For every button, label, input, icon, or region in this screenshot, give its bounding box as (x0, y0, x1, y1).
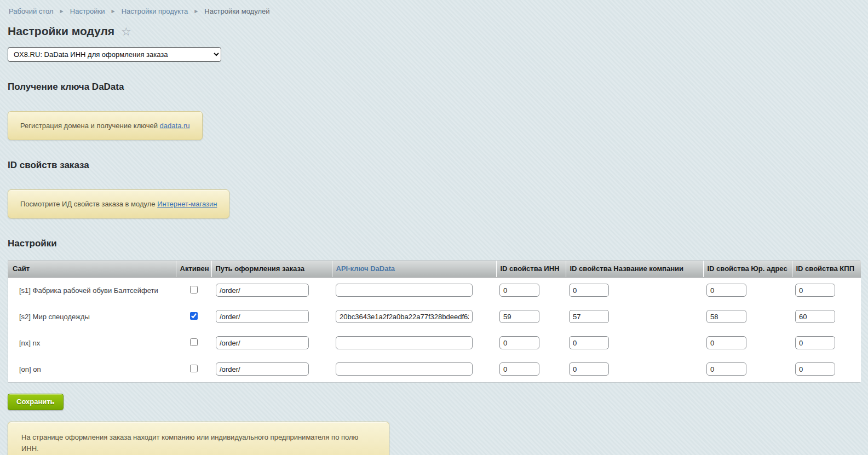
address-id-input[interactable] (706, 362, 746, 376)
note-text: Посмотрите ИД свойств заказа в модуле (20, 200, 157, 208)
table-row: [on] on (8, 356, 861, 382)
breadcrumb-separator-icon: ▶ (194, 9, 198, 14)
api-key-input[interactable] (336, 336, 473, 349)
title-row: Настройки модуля ☆ (8, 25, 860, 38)
note-box-order-props: Посмотрите ИД свойств заказа в модуле Ин… (8, 189, 229, 218)
inn-id-input[interactable] (499, 362, 539, 376)
breadcrumb-item-desktop[interactable]: Рабочий стол (9, 7, 54, 15)
inn-id-input[interactable] (499, 336, 539, 349)
footer-note-line-1: На странице оформления заказа находит ко… (21, 431, 376, 454)
breadcrumb-separator-icon: ▶ (112, 9, 115, 14)
kpp-id-input[interactable] (795, 284, 835, 297)
address-id-input[interactable] (706, 336, 746, 349)
api-key-input[interactable] (336, 284, 473, 297)
company-id-input[interactable] (569, 362, 609, 376)
kpp-id-input[interactable] (795, 336, 835, 349)
page-title: Настройки модуля (8, 25, 114, 38)
inn-id-input[interactable] (499, 310, 539, 323)
company-id-input[interactable] (569, 336, 609, 349)
table-row: [s2] Мир спецодежды (8, 303, 861, 330)
api-key-input[interactable] (336, 310, 473, 323)
address-id-input[interactable] (706, 284, 746, 297)
table-header-row: Сайт Активен Путь оформления заказа API-… (8, 261, 861, 277)
settings-table-wrap: Сайт Активен Путь оформления заказа API-… (8, 260, 860, 383)
footer-note-box: На странице оформления заказа находит ко… (8, 422, 389, 455)
company-id-input[interactable] (569, 310, 609, 323)
order-path-input[interactable] (216, 362, 309, 376)
kpp-id-input[interactable] (795, 362, 835, 376)
section-heading-settings: Настройки (8, 238, 860, 249)
note-box-dadata-key: Регистрация домена и получение ключей da… (8, 111, 203, 140)
breadcrumb-item-product-settings[interactable]: Настройки продукта (122, 7, 188, 15)
breadcrumb-item-settings[interactable]: Настройки (70, 7, 105, 15)
column-header-site: Сайт (8, 261, 176, 277)
active-checkbox[interactable] (190, 312, 198, 320)
module-select[interactable]: OX8.RU: DaData ИНН для оформления заказа (8, 47, 221, 62)
section-heading-dadata-key: Получение ключа DaData (8, 82, 860, 93)
inn-id-input[interactable] (499, 284, 539, 297)
breadcrumb-item-module-settings[interactable]: Настройки модулей (204, 7, 269, 15)
address-id-input[interactable] (706, 310, 746, 323)
column-header-api-key: API-ключ DaData (332, 261, 496, 277)
company-id-input[interactable] (569, 284, 609, 297)
module-select-row: OX8.RU: DaData ИНН для оформления заказа (8, 38, 860, 62)
column-header-order-path: Путь оформления заказа (211, 261, 332, 277)
internet-shop-link[interactable]: Интернет-магазин (157, 200, 217, 208)
api-key-input[interactable] (336, 362, 473, 376)
table-row: [s1] Фабрика рабочей обуви Балтсейфети (8, 277, 861, 303)
active-checkbox[interactable] (190, 286, 198, 293)
active-checkbox[interactable] (190, 338, 198, 346)
module-settings-page: Рабочий стол ▶ Настройки ▶ Настройки про… (0, 0, 868, 455)
site-label: [s2] Мир спецодежды (8, 303, 176, 330)
kpp-id-input[interactable] (795, 310, 835, 323)
save-button[interactable]: Сохранить (8, 394, 64, 410)
site-label: [nx] nx (8, 330, 176, 356)
site-label: [s1] Фабрика рабочей обуви Балтсейфети (8, 277, 176, 303)
order-path-input[interactable] (216, 310, 309, 323)
breadcrumb: Рабочий стол ▶ Настройки ▶ Настройки про… (8, 6, 860, 16)
column-header-kpp-id: ID свойства КПП (792, 261, 861, 277)
dadata-link[interactable]: dadata.ru (160, 122, 190, 130)
column-header-active: Активен (176, 261, 211, 277)
active-checkbox[interactable] (190, 365, 198, 372)
order-path-input[interactable] (216, 284, 309, 297)
section-heading-order-props: ID свойств заказа (8, 160, 860, 171)
favorite-star-icon[interactable]: ☆ (121, 26, 131, 37)
column-header-address-id: ID свойства Юр. адрес (703, 261, 792, 277)
order-path-input[interactable] (216, 336, 309, 349)
save-row: Сохранить (8, 383, 860, 410)
settings-table: Сайт Активен Путь оформления заказа API-… (8, 261, 861, 382)
column-header-company-id: ID свойства Название компании (566, 261, 703, 277)
note-text: Регистрация домена и получение ключей (20, 122, 160, 130)
breadcrumb-separator-icon: ▶ (60, 9, 64, 14)
column-header-inn-id: ID свойства ИНН (496, 261, 566, 277)
table-row: [nx] nx (8, 330, 861, 356)
site-label: [on] on (8, 356, 176, 382)
